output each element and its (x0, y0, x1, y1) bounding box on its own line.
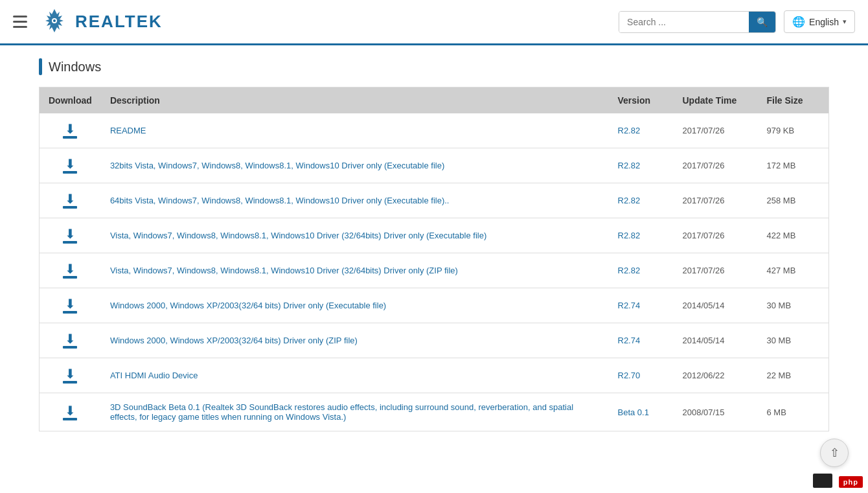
download-cell: ⬇ (40, 323, 101, 358)
download-button[interactable]: ⬇ (63, 122, 77, 139)
download-tray-icon (63, 276, 77, 279)
version-cell: R2.82 (609, 148, 674, 183)
download-button[interactable]: ⬇ (63, 367, 77, 384)
version-cell: Beta 0.1 (609, 393, 674, 431)
download-arrow-icon: ⬇ (65, 262, 76, 275)
version-cell: R2.74 (609, 288, 674, 323)
download-tray-icon (63, 206, 77, 209)
download-tray-icon (63, 171, 77, 174)
version-cell: R2.82 (609, 113, 674, 148)
download-cell: ⬇ (40, 358, 101, 393)
download-button[interactable]: ⬇ (63, 404, 77, 420)
description-cell: 32bits Vista, Windows7, Windows8, Window… (101, 148, 609, 183)
download-cell: ⬇ (40, 113, 101, 148)
download-cell: ⬇ (40, 148, 101, 183)
size-cell: 258 MB (758, 183, 829, 218)
table-row: ⬇ 64bits Vista, Windows7, Windows8, Wind… (40, 183, 829, 218)
size-cell: 22 MB (758, 358, 829, 393)
version-cell: R2.82 (609, 253, 674, 288)
col-header-update-time: Update Time (674, 87, 758, 114)
description-cell: Windows 2000, Windows XP/2003(32/64 bits… (101, 288, 609, 323)
description-cell: 3D SoundBack Beta 0.1 (Realtek 3D SoundB… (101, 393, 609, 431)
chevron-down-icon: ▾ (843, 17, 847, 26)
table-row: ⬇ READMER2.822017/07/26979 KB (40, 113, 829, 148)
version-cell: R2.74 (609, 323, 674, 358)
hamburger-line (13, 21, 27, 23)
download-button[interactable]: ⬇ (63, 157, 77, 174)
size-cell: 979 KB (758, 113, 829, 148)
download-table: Download Description Version Update Time… (39, 87, 829, 431)
download-cell: ⬇ (40, 393, 101, 431)
download-tray-icon (63, 311, 77, 314)
download-arrow-icon: ⬇ (65, 332, 76, 345)
download-arrow-icon: ⬇ (65, 227, 76, 240)
download-tray-icon (63, 136, 77, 139)
header: Realtek 🔍 🌐 English ▾ (0, 0, 868, 45)
download-button[interactable]: ⬇ (63, 332, 77, 349)
table-header: Download Description Version Update Time… (40, 87, 829, 114)
language-label: English (809, 17, 839, 27)
date-cell: 2017/07/26 (674, 113, 758, 148)
table-row: ⬇ 32bits Vista, Windows7, Windows8, Wind… (40, 148, 829, 183)
date-cell: 2012/06/22 (674, 358, 758, 393)
download-tray-icon (63, 381, 77, 384)
download-tray-icon (63, 241, 77, 244)
table-row: ⬇ Windows 2000, Windows XP/2003(32/64 bi… (40, 323, 829, 358)
download-button[interactable]: ⬇ (63, 262, 77, 279)
description-cell: README (101, 113, 609, 148)
header-right: 🔍 🌐 English ▾ (619, 10, 855, 33)
download-cell: ⬇ (40, 218, 101, 253)
search-input[interactable] (619, 12, 749, 32)
size-cell: 30 MB (758, 323, 829, 358)
date-cell: 2014/05/14 (674, 323, 758, 358)
date-cell: 2017/07/26 (674, 183, 758, 218)
logo-icon (39, 6, 70, 38)
search-box: 🔍 (619, 11, 776, 33)
download-cell: ⬇ (40, 183, 101, 218)
page-title: Windows (49, 60, 101, 75)
hamburger-menu[interactable] (13, 16, 27, 28)
download-arrow-icon: ⬇ (65, 404, 76, 417)
size-cell: 30 MB (758, 288, 829, 323)
size-cell: 172 MB (758, 148, 829, 183)
svg-point-1 (53, 19, 56, 22)
main-content: Windows Download Description Version Upd… (0, 45, 868, 444)
table-body: ⬇ READMER2.822017/07/26979 KB ⬇ 32bits V… (40, 113, 829, 431)
date-cell: 2017/07/26 (674, 148, 758, 183)
title-bar-accent (39, 58, 42, 75)
col-header-file-size: File Size (758, 87, 829, 114)
table-row: ⬇ 3D SoundBack Beta 0.1 (Realtek 3D Soun… (40, 393, 829, 431)
logo-link[interactable]: Realtek (39, 6, 163, 38)
description-cell: ATI HDMI Audio Device (101, 358, 609, 393)
description-cell: Windows 2000, Windows XP/2003(32/64 bits… (101, 323, 609, 358)
download-button[interactable]: ⬇ (63, 227, 77, 244)
download-tray-icon (63, 346, 77, 349)
globe-icon: 🌐 (792, 16, 805, 28)
download-cell: ⬇ (40, 288, 101, 323)
version-cell: R2.82 (609, 218, 674, 253)
description-cell: 64bits Vista, Windows7, Windows8, Window… (101, 183, 609, 218)
download-button[interactable]: ⬇ (63, 192, 77, 209)
download-arrow-icon: ⬇ (65, 297, 76, 310)
description-cell: Vista, Windows7, Windows8, Windows8.1, W… (101, 218, 609, 253)
search-icon: 🔍 (757, 17, 768, 27)
size-cell: 427 MB (758, 253, 829, 288)
col-header-download: Download (40, 87, 101, 114)
table-row: ⬇ Vista, Windows7, Windows8, Windows8.1,… (40, 218, 829, 253)
size-cell: 422 MB (758, 218, 829, 253)
language-selector[interactable]: 🌐 English ▾ (784, 10, 855, 33)
header-left: Realtek (13, 6, 163, 38)
download-cell: ⬇ (40, 253, 101, 288)
logo-text: Realtek (75, 12, 163, 32)
download-button[interactable]: ⬇ (63, 297, 77, 314)
date-cell: 2014/05/14 (674, 288, 758, 323)
date-cell: 2017/07/26 (674, 253, 758, 288)
download-arrow-icon: ⬇ (65, 157, 76, 170)
download-tray-icon (63, 418, 77, 420)
download-arrow-icon: ⬇ (65, 122, 76, 135)
version-cell: R2.82 (609, 183, 674, 218)
date-cell: 2008/07/15 (674, 393, 758, 431)
download-arrow-icon: ⬇ (65, 367, 76, 380)
table-row: ⬇ Windows 2000, Windows XP/2003(32/64 bi… (40, 288, 829, 323)
search-button[interactable]: 🔍 (749, 12, 775, 32)
